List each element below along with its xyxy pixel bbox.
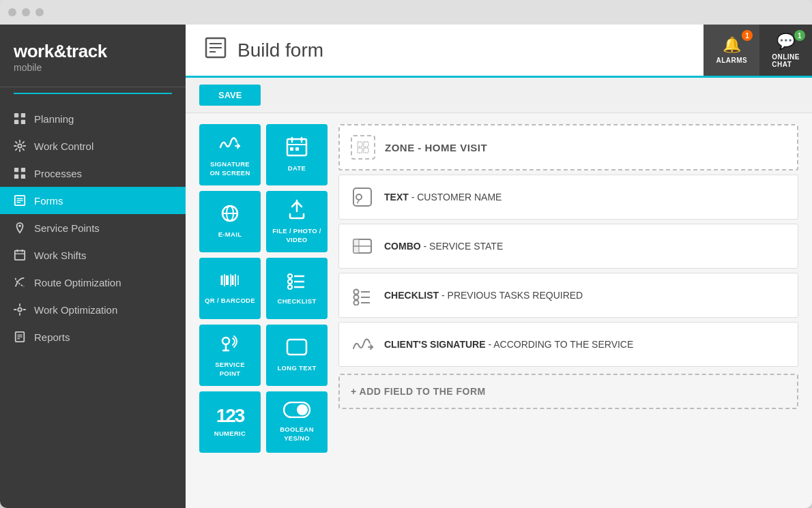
logo: work&track mobile bbox=[0, 25, 186, 87]
processes-icon bbox=[14, 167, 26, 179]
form-field-checklist[interactable]: CHECKLIST - PREVIOUS TASKS REQUIRED bbox=[338, 273, 798, 318]
email-tile-icon bbox=[219, 204, 241, 226]
signature-field-icon bbox=[350, 332, 375, 357]
svg-point-49 bbox=[222, 338, 229, 344]
work-opt-icon bbox=[14, 303, 26, 316]
sidebar-item-work-shifts[interactable]: Work Shifts bbox=[0, 241, 186, 269]
tile-email[interactable]: E-MAIL bbox=[199, 191, 261, 252]
pin-icon bbox=[14, 222, 26, 234]
logo-main: work&track bbox=[14, 41, 172, 62]
tile-numeric[interactable]: 123 NUMERIC bbox=[199, 391, 261, 453]
form-field-text[interactable]: TEXT - CUSTOMER NAME bbox=[338, 175, 798, 220]
svg-rect-8 bbox=[21, 175, 25, 179]
field-palette: SIGNATUREON SCREEN bbox=[199, 124, 328, 497]
tile-service-point[interactable]: SERVICEPOINT bbox=[199, 325, 261, 386]
sidebar-item-work-optimization[interactable]: Work Optimization bbox=[0, 296, 186, 323]
svg-point-52 bbox=[297, 404, 308, 415]
tile-signature[interactable]: SIGNATUREON SCREEN bbox=[199, 124, 261, 185]
palette-row-3: QR / BARCODE bbox=[199, 258, 328, 319]
text-field-icon bbox=[350, 185, 375, 209]
checklist-tile-label: CHECKLIST bbox=[277, 297, 316, 305]
sidebar: work&track mobile Planning Work Control bbox=[0, 25, 186, 508]
tile-qr[interactable]: QR / BARCODE bbox=[199, 258, 261, 319]
checklist-field-label: CHECKLIST - PREVIOUS TASKS REQUIRED bbox=[384, 290, 583, 301]
sidebar-item-reports[interactable]: Reports bbox=[0, 323, 186, 350]
sidebar-item-route-optimization[interactable]: Route Optimization bbox=[0, 269, 186, 296]
svg-rect-0 bbox=[14, 113, 18, 117]
svg-point-64 bbox=[354, 295, 359, 300]
qr-tile-icon bbox=[219, 271, 241, 293]
svg-rect-3 bbox=[21, 120, 25, 124]
palette-row-4: SERVICEPOINT LONG TEXT bbox=[199, 325, 328, 386]
content-area: SIGNATUREON SCREEN bbox=[186, 113, 812, 508]
form-icon bbox=[205, 37, 227, 63]
svg-point-18 bbox=[18, 308, 21, 311]
report-icon bbox=[14, 331, 26, 343]
grid-icon bbox=[14, 113, 26, 125]
svg-point-47 bbox=[288, 285, 292, 289]
long-text-tile-label: LONG TEXT bbox=[277, 364, 316, 372]
app-window: work&track mobile Planning Work Control bbox=[0, 0, 812, 508]
svg-rect-32 bbox=[295, 147, 299, 151]
long-text-tile-icon bbox=[285, 338, 308, 360]
svg-point-66 bbox=[354, 301, 359, 305]
signature-tile-icon bbox=[218, 132, 242, 156]
svg-rect-6 bbox=[21, 168, 25, 172]
chat-badge: 1 bbox=[794, 30, 805, 41]
service-point-tile-icon bbox=[219, 333, 241, 357]
sidebar-item-processes[interactable]: Processes bbox=[0, 160, 186, 187]
tile-checklist[interactable]: CHECKLIST bbox=[266, 258, 328, 319]
form-field-signature[interactable]: CLIENT'S SIGNATURE - ACCORDING TO THE SE… bbox=[338, 322, 798, 367]
top-bar: SAVE bbox=[186, 78, 812, 113]
page-title: Build form bbox=[237, 40, 323, 61]
alarms-label: ALARMS bbox=[716, 57, 747, 64]
sidebar-label-service-points: Service Points bbox=[34, 222, 100, 234]
checklist-field-icon bbox=[350, 283, 375, 308]
checklist-tile-icon bbox=[287, 271, 307, 293]
form-field-zone[interactable]: ZONE - HOME VISIT bbox=[338, 124, 798, 170]
signature-field-label: CLIENT'S SIGNATURE - ACCORDING TO THE SE… bbox=[384, 339, 633, 350]
sidebar-label-work-optimization: Work Optimization bbox=[34, 304, 117, 316]
save-button[interactable]: SAVE bbox=[199, 85, 261, 106]
calendar-icon bbox=[14, 249, 26, 261]
tile-boolean[interactable]: BOOLEANYES/NO bbox=[266, 391, 328, 453]
sidebar-item-forms[interactable]: Forms bbox=[0, 187, 186, 214]
sidebar-item-planning[interactable]: Planning bbox=[0, 105, 186, 132]
numeric-tile-icon: 123 bbox=[216, 406, 244, 425]
sidebar-item-work-control[interactable]: Work Control bbox=[0, 132, 186, 160]
main-header: Build form 1 🔔 ALARMS 1 💬 ONLINECHAT bbox=[186, 25, 812, 78]
sidebar-item-service-points[interactable]: Service Points bbox=[0, 214, 186, 241]
form-field-combo[interactable]: COMBO - SERVICE STATE bbox=[338, 224, 798, 269]
dot-green bbox=[35, 8, 44, 16]
form-builder: ZONE - HOME VISIT TEXT - CUSTOME bbox=[338, 124, 798, 497]
alarms-badge: 1 bbox=[742, 30, 753, 41]
tile-date[interactable]: DATE bbox=[266, 124, 328, 185]
alarms-button[interactable]: 1 🔔 ALARMS bbox=[704, 25, 759, 76]
signature-tile-label: SIGNATUREON SCREEN bbox=[209, 160, 250, 177]
date-tile-icon bbox=[286, 136, 308, 160]
add-field-button[interactable]: + ADD FIELD TO THE FORM bbox=[338, 374, 798, 409]
palette-row-1: SIGNATUREON SCREEN bbox=[199, 124, 328, 185]
file-tile-icon bbox=[287, 199, 306, 223]
svg-rect-31 bbox=[290, 147, 293, 151]
chat-button[interactable]: 1 💬 ONLINECHAT bbox=[759, 25, 812, 76]
palette-row-5: 123 NUMERIC BOOLEANYES/NO bbox=[199, 391, 328, 453]
tile-file[interactable]: FILE / PHOTO /VIDEO bbox=[266, 191, 328, 252]
titlebar bbox=[0, 0, 812, 25]
sidebar-label-work-shifts: Work Shifts bbox=[34, 250, 86, 261]
chat-icon: 💬 bbox=[777, 33, 796, 50]
svg-rect-56 bbox=[364, 148, 368, 153]
combo-field-icon bbox=[350, 234, 375, 258]
main-content: Build form 1 🔔 ALARMS 1 💬 ONLINECHAT bbox=[186, 25, 812, 508]
svg-point-4 bbox=[18, 144, 21, 147]
svg-rect-2 bbox=[14, 120, 18, 124]
tile-long-text[interactable]: LONG TEXT bbox=[266, 325, 328, 386]
svg-rect-14 bbox=[15, 251, 25, 260]
palette-row-2: E-MAIL FILE / PHOTO /VIDEO bbox=[199, 191, 328, 252]
combo-field-label: COMBO - SERVICE STATE bbox=[384, 241, 503, 252]
svg-rect-53 bbox=[358, 142, 362, 147]
zone-field-label: ZONE - HOME VISIT bbox=[385, 142, 487, 153]
svg-rect-5 bbox=[14, 168, 18, 172]
text-field-label: TEXT - CUSTOMER NAME bbox=[384, 192, 502, 203]
gear-icon bbox=[14, 140, 26, 152]
